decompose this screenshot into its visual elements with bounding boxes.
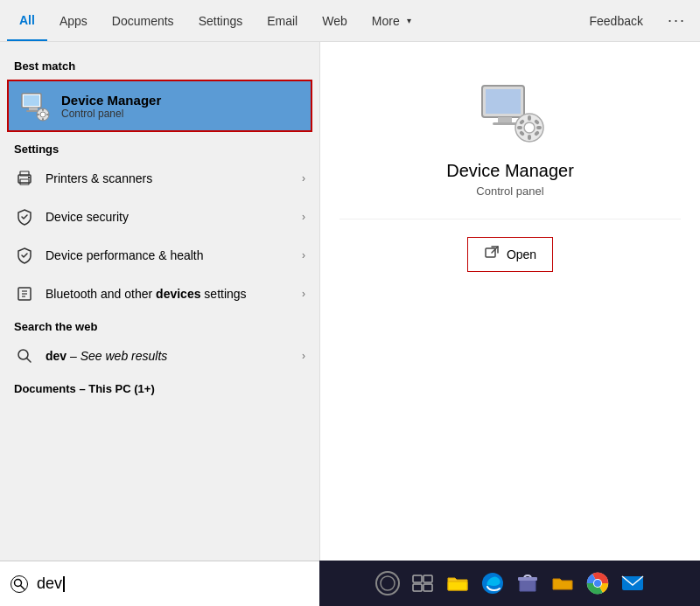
main-area: Best match Device Manag [0,42,700,561]
tab-settings[interactable]: Settings [186,0,256,41]
chevron-right-icon: › [302,211,305,223]
svg-rect-2 [29,108,38,110]
taskbar-chrome-icon[interactable] [582,568,613,599]
svg-point-38 [376,572,399,595]
search-web-icon [14,345,35,366]
svg-point-25 [524,122,535,133]
device-health-icon [14,245,35,266]
device-health-label: Device performance & health [46,248,204,262]
best-match-title: Device Manager [61,93,161,108]
taskbar-edge-icon[interactable] [477,568,508,599]
svg-rect-7 [42,118,44,121]
svg-line-37 [21,585,25,589]
bluetooth-icon [14,283,35,304]
taskbar-folder-icon[interactable] [547,568,578,599]
right-title: Device Manager [446,161,574,181]
best-match-label: Best match [0,52,319,76]
taskbar-file-explorer-icon[interactable] [442,568,473,599]
printers-label: Printers & scanners [46,171,152,185]
svg-rect-34 [486,248,495,257]
settings-label: Settings [0,136,319,159]
svg-rect-6 [42,108,44,111]
tab-all[interactable]: All [7,0,47,41]
svg-line-19 [27,359,32,363]
svg-rect-44 [448,582,467,590]
best-match-subtitle: Control panel [61,108,161,120]
left-panel: Best match Device Manag [0,42,319,561]
open-button[interactable]: Open [467,237,553,272]
device-security-label: Device security [46,210,129,224]
taskbar-task-view-icon[interactable] [407,568,438,599]
svg-rect-21 [486,89,521,114]
svg-rect-26 [528,115,531,121]
svg-rect-43 [424,584,432,591]
device-manager-icon [19,90,51,122]
taskbar-icons [319,561,700,606]
chevron-right-icon: › [302,350,305,362]
svg-rect-22 [498,117,512,122]
svg-rect-40 [413,575,422,582]
svg-point-49 [594,580,601,587]
svg-rect-9 [46,114,49,115]
settings-item-device-security[interactable]: Device security › [0,198,319,236]
device-security-icon [14,206,35,227]
search-icon [10,575,28,593]
web-search-item[interactable]: dev – See web results › [0,337,319,375]
top-nav: All Apps Documents Settings Email Web Mo… [0,0,700,42]
chevron-down-icon: ▾ [407,16,411,25]
svg-point-39 [381,576,395,590]
settings-item-bluetooth[interactable]: Bluetooth and other devices settings › [0,275,319,313]
open-icon [484,245,500,264]
svg-rect-28 [517,126,522,129]
device-manager-svg-icon [19,90,51,122]
bluetooth-label: Bluetooth and other devices settings [46,287,247,301]
svg-rect-42 [413,584,422,591]
taskbar-cortana-icon[interactable] [372,568,403,599]
chevron-right-icon: › [302,288,305,300]
text-cursor [63,576,65,592]
chevron-right-icon: › [302,249,305,261]
settings-item-device-health[interactable]: Device performance & health › [0,236,319,275]
svg-rect-13 [28,177,30,178]
svg-rect-1 [24,95,39,106]
open-label: Open [507,247,536,261]
tab-more[interactable]: More ▾ [360,0,424,41]
search-box[interactable]: dev [0,561,319,606]
taskbar-area: dev [0,561,700,606]
taskbar-mail-icon[interactable] [617,568,648,599]
printer-icon [14,168,35,189]
web-search-text: dev – See web results [46,349,167,363]
tab-apps[interactable]: Apps [47,0,100,41]
right-panel: Device Manager Control panel Open [319,42,700,561]
svg-rect-46 [518,577,537,581]
more-options-button[interactable]: ··· [661,8,693,33]
svg-rect-23 [493,122,517,125]
settings-item-printers[interactable]: Printers & scanners › [0,159,319,198]
svg-point-5 [40,112,46,117]
best-match-text: Device Manager Control panel [61,93,161,120]
tab-email[interactable]: Email [255,0,310,41]
web-search-label: Search the web [0,313,319,337]
svg-rect-29 [536,126,542,129]
best-match-item[interactable]: Device Manager Control panel [7,80,312,132]
svg-rect-12 [20,179,29,185]
svg-rect-27 [528,135,531,140]
docs-label: Documents – This PC (1+) [0,375,319,399]
tab-web[interactable]: Web [310,0,360,41]
right-subtitle: Control panel [476,185,543,198]
right-panel-device-manager-icon [475,77,545,147]
chevron-right-icon: › [302,172,305,185]
nav-right: Feedback ··· [583,8,694,33]
svg-rect-8 [37,114,39,115]
search-input[interactable]: dev [37,575,309,593]
taskbar-store-icon[interactable] [512,568,543,599]
svg-rect-41 [424,575,432,582]
tab-documents[interactable]: Documents [100,0,186,41]
feedback-button[interactable]: Feedback [583,10,650,31]
